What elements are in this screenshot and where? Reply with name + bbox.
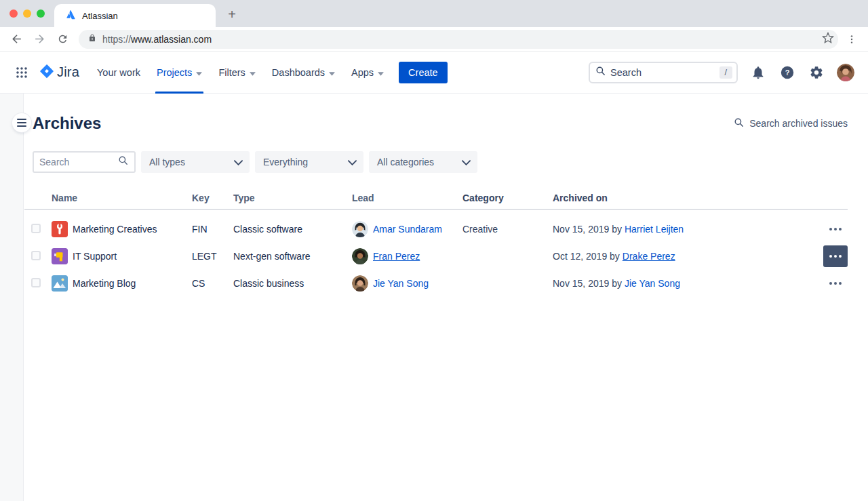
quick-search-input[interactable] [610, 67, 715, 78]
more-actions-button-active[interactable] [823, 245, 848, 267]
more-actions-button[interactable] [823, 218, 848, 240]
jira-logo-icon [39, 64, 54, 81]
row-checkbox[interactable] [31, 251, 41, 260]
archived-on-cell: Oct 12, 2019 byDrake Perez [553, 251, 804, 262]
back-button[interactable] [7, 30, 26, 49]
column-header-name: Name [52, 193, 192, 203]
project-key: CS [192, 278, 233, 289]
atlassian-favicon [65, 9, 76, 22]
nav-item-dashboards[interactable]: Dashboards [264, 52, 343, 94]
nav-item-apps[interactable]: Apps [343, 52, 392, 94]
mountains-icon [52, 275, 68, 292]
lock-icon [88, 33, 96, 45]
search-shortcut-badge: / [719, 66, 732, 79]
page-title: Archives [33, 114, 101, 133]
search-icon [118, 155, 129, 169]
lead-link[interactable]: Amar Sundaram [373, 224, 442, 235]
nav-item-filters[interactable]: Filters [210, 52, 263, 94]
nav-item-projects[interactable]: Projects [149, 52, 210, 94]
project-key: LEGT [192, 251, 233, 262]
help-icon[interactable]: ? [778, 64, 796, 81]
archived-on-cell: Nov 15, 2019 byHarriet Leijten [553, 224, 804, 235]
archived-by-link[interactable]: Harriet Leijten [625, 224, 684, 235]
page-content: Archives Search archived issues All type… [0, 94, 868, 501]
settings-gear-icon[interactable] [808, 64, 825, 81]
archived-on-cell: Nov 15, 2019 byJie Yan Song [553, 278, 804, 289]
minimize-window-button[interactable] [23, 9, 31, 18]
user-avatar[interactable] [837, 64, 854, 81]
notifications-bell-icon[interactable] [749, 64, 767, 81]
column-header-lead: Lead [352, 193, 462, 203]
archived-by-link[interactable]: Jie Yan Song [625, 278, 680, 289]
search-icon [734, 117, 745, 130]
collapsed-sidebar [0, 94, 24, 501]
scope-filter-dropdown[interactable]: Everything [255, 151, 363, 173]
wrench-icon [52, 221, 68, 237]
project-category: Creative [462, 224, 553, 235]
url-bar[interactable]: https://www.atlassian.com [79, 30, 838, 49]
forward-button[interactable] [30, 30, 49, 49]
hamburger-icon [17, 119, 26, 127]
nav-items: Your work Projects Filters Dashboards Ap… [89, 52, 392, 94]
jira-navbar: Jira Your work Projects Filters Dashboar… [0, 52, 868, 94]
filter-search-input[interactable] [39, 157, 114, 167]
chevron-down-icon [196, 67, 202, 78]
archives-table: Name Key Type Lead Category Archived on … [24, 193, 848, 297]
reload-button[interactable] [53, 30, 72, 49]
table-row: Marketing Blog CS Classic business Jie Y… [24, 270, 848, 297]
lead-avatar [352, 275, 368, 292]
new-tab-button[interactable]: + [222, 5, 241, 24]
browser-address-bar: https://www.atlassian.com [0, 27, 868, 52]
jira-logo[interactable]: Jira [39, 64, 79, 81]
zoom-window-button[interactable] [37, 9, 45, 18]
row-checkbox[interactable] [31, 224, 41, 233]
column-header-type: Type [233, 193, 352, 203]
column-header-key: Key [192, 193, 233, 203]
lead-avatar [352, 221, 368, 237]
archived-date: Nov 15, 2019 by [553, 278, 622, 289]
drill-icon [52, 248, 68, 264]
lead-link[interactable]: Fran Perez [373, 251, 420, 262]
create-button[interactable]: Create [399, 62, 448, 83]
table-row: IT Support LEGT Next-gen software Fran P… [24, 243, 848, 270]
filter-search-field[interactable] [33, 151, 136, 173]
chevron-down-icon [329, 67, 335, 78]
browser-tab[interactable]: Atlassian [54, 4, 216, 27]
app-switcher-icon[interactable] [11, 62, 33, 83]
filter-row: All types Everything All categories [33, 151, 848, 173]
project-name[interactable]: Marketing Blog [73, 278, 136, 289]
chevron-down-icon [250, 67, 256, 78]
more-actions-button[interactable] [823, 273, 848, 294]
archived-date: Oct 12, 2019 by [553, 251, 620, 262]
types-filter-dropdown[interactable]: All types [141, 151, 250, 173]
expand-sidebar-button[interactable] [12, 113, 31, 132]
svg-text:?: ? [785, 68, 790, 76]
browser-menu-icon[interactable] [842, 30, 861, 49]
lead-link[interactable]: Jie Yan Song [373, 278, 429, 289]
categories-filter-dropdown[interactable]: All categories [369, 151, 477, 173]
chevron-down-icon [348, 157, 357, 167]
tab-title: Atlassian [82, 11, 118, 21]
project-type: Next-gen software [233, 251, 352, 262]
archived-by-link[interactable]: Drake Perez [623, 251, 675, 262]
navbar-right: / ? [589, 62, 854, 83]
quick-search-box[interactable]: / [589, 62, 738, 83]
column-header-category: Category [462, 193, 553, 203]
search-archived-issues-link[interactable]: Search archived issues [734, 117, 848, 130]
url-text: https://www.atlassian.com [102, 34, 212, 45]
project-key: FIN [192, 224, 233, 235]
column-header-archived-on: Archived on [553, 193, 804, 203]
row-checkbox[interactable] [31, 278, 41, 287]
close-window-button[interactable] [9, 9, 18, 18]
table-row: Marketing Creatives FIN Classic software… [24, 216, 848, 243]
project-name[interactable]: IT Support [73, 251, 117, 262]
project-name[interactable]: Marketing Creatives [73, 224, 157, 235]
nav-item-your-work[interactable]: Your work [89, 52, 149, 94]
archived-date: Nov 15, 2019 by [553, 224, 622, 235]
browser-tab-strip: Atlassian + [0, 0, 868, 27]
chevron-down-icon [234, 157, 243, 167]
table-header: Name Key Type Lead Category Archived on [24, 193, 848, 210]
search-icon [595, 66, 606, 79]
bookmark-star-icon[interactable] [822, 32, 834, 47]
lead-avatar [352, 248, 368, 264]
